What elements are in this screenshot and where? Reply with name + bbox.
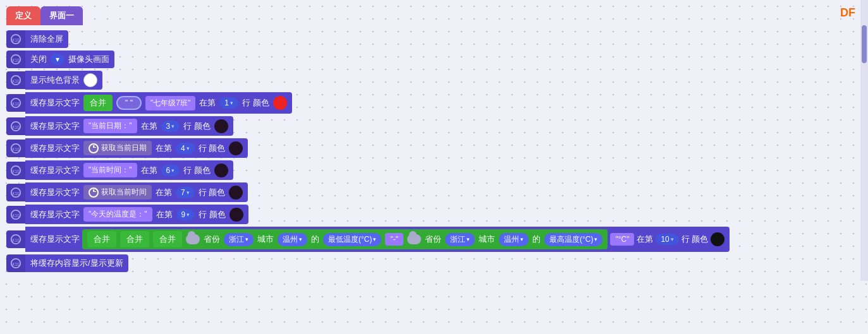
merge-btn-10b[interactable]: 合并	[120, 231, 149, 248]
buffer-label-7: 缓存显示文字	[30, 165, 80, 176]
bg-color-picker[interactable]	[83, 73, 97, 87]
row-num-9[interactable]: 9▾	[176, 209, 195, 220]
row-label-9: 在第	[156, 209, 173, 220]
close-dropdown[interactable]: ▾	[51, 54, 64, 65]
svg-text:K10: K10	[12, 169, 20, 173]
k10-icon-1: K10	[6, 30, 25, 48]
row-num-8[interactable]: 7▾	[176, 187, 195, 198]
city-label-1: 城市	[257, 234, 274, 245]
block-buffer-time-label: K10 缓存显示文字 "当前时间：" 在第 6▾ 行 颜色	[6, 160, 868, 180]
string-input-4a[interactable]: " "	[116, 96, 142, 110]
k10-icon-6: K10	[6, 140, 25, 157]
color-picker-5[interactable]	[214, 119, 228, 133]
temp-type-dropdown-1[interactable]: 最低温度(°C)▾	[323, 233, 381, 246]
clear-screen-body[interactable]: 清除全屏	[25, 30, 68, 48]
buffer-time-label-body[interactable]: 缓存显示文字 "当前时间：" 在第 6▾ 行 颜色	[25, 160, 233, 180]
buffer-temp-label-body[interactable]: 缓存显示文字 "今天的温度是：" 在第 9▾ 行 颜色	[25, 205, 248, 224]
of-label-2: 的	[532, 234, 541, 245]
k10-icon-9: K10	[6, 206, 25, 224]
k10-icon-11: K10	[6, 254, 25, 272]
temp-type-dropdown-2[interactable]: 最高温度(°C)▾	[544, 233, 602, 246]
row-num-4[interactable]: 1▾	[219, 97, 238, 109]
clock-icon-6	[89, 143, 99, 153]
close-label: 关闭	[30, 54, 47, 65]
block-buffer-weather: K10 缓存显示文字 合并 合并 合并 省份 浙江▾ 城市 温州▾ 的 最低温度…	[6, 227, 868, 252]
buffer-label-5: 缓存显示文字	[30, 121, 80, 132]
color-picker-7[interactable]	[214, 164, 228, 177]
city-dropdown-1[interactable]: 温州▾	[278, 233, 307, 246]
color-picker-8[interactable]	[229, 186, 243, 200]
tab-ui[interactable]: 界面一	[40, 6, 83, 25]
buffer-label-9: 缓存显示文字	[30, 209, 80, 220]
flush-body[interactable]: 将缓存内容显示/显示更新	[25, 254, 128, 272]
city-label-2: 城市	[479, 234, 495, 245]
buffer-label-8: 缓存显示文字	[30, 187, 80, 198]
svg-text:K10: K10	[12, 79, 20, 83]
scrollbar[interactable]	[860, 0, 868, 281]
quoted-class: "七年级7班"	[145, 96, 195, 110]
buffer-label-10: 缓存显示文字	[30, 234, 80, 245]
svg-text:K10: K10	[12, 38, 20, 42]
quoted-temp-label: "今天的温度是："	[83, 207, 152, 222]
k10-icon-2: K10	[6, 51, 25, 68]
color-picker-6[interactable]	[229, 141, 243, 155]
tab-define[interactable]: 定义	[6, 6, 40, 25]
weather-merge-block[interactable]: 合并 合并 合并 省份 浙江▾ 城市 温州▾ 的 最低温度(°C)▾ "-" 省…	[82, 229, 608, 249]
province-dropdown-1[interactable]: 浙江▾	[224, 233, 254, 246]
cloud-icon-2	[407, 234, 421, 244]
city-dropdown-2[interactable]: 温州▾	[499, 233, 529, 246]
buffer-date-label-body[interactable]: 缓存显示文字 "当前日期：" 在第 3▾ 行 颜色	[25, 116, 233, 136]
tab-strip: 定义 界面一	[6, 6, 868, 25]
row-color-label-5: 行 颜色	[183, 121, 211, 132]
block-flush: K10 将缓存内容显示/显示更新	[6, 254, 868, 272]
row-num-6[interactable]: 4▾	[176, 143, 195, 154]
get-date-block[interactable]: 获取当前日期	[83, 141, 152, 155]
province-dropdown-2[interactable]: 浙江▾	[445, 233, 475, 246]
df-label: DF	[840, 6, 855, 20]
row-num-7[interactable]: 6▾	[161, 165, 180, 176]
camera-view-label: 摄像头画面	[68, 54, 109, 65]
province-label-1: 省份	[204, 234, 220, 245]
row-num-5[interactable]: 3▾	[161, 121, 180, 132]
province-label-2: 省份	[425, 234, 441, 245]
k10-icon-3: K10	[6, 71, 25, 89]
svg-text:K10: K10	[12, 238, 20, 242]
buffer-get-time-body[interactable]: 缓存显示文字 获取当前时间 在第 7▾ 行 颜色	[25, 182, 248, 202]
color-picker-9[interactable]	[229, 208, 243, 222]
svg-text:K10: K10	[12, 191, 20, 195]
show-bg-label: 显示纯色背景	[30, 75, 80, 86]
dash-block: "-"	[385, 233, 403, 246]
show-bg-body[interactable]: 显示纯色背景	[25, 71, 102, 90]
row-color-label-8: 行 颜色	[199, 187, 226, 198]
buffer-class-body[interactable]: 缓存显示文字 合并 " " "七年级7班" 在第 1▾ 行 颜色	[25, 92, 292, 114]
buffer-weather-body[interactable]: 缓存显示文字 合并 合并 合并 省份 浙江▾ 城市 温州▾ 的 最低温度(°C)…	[25, 227, 730, 252]
scrollbar-thumb	[862, 25, 867, 63]
color-picker-4[interactable]	[273, 96, 287, 110]
buffer-get-date-body[interactable]: 缓存显示文字 获取当前日期 在第 4▾ 行 颜色	[25, 138, 248, 158]
svg-text:K10: K10	[12, 146, 20, 151]
k10-icon-8: K10	[6, 184, 25, 201]
cloud-icon-1	[186, 234, 200, 244]
row-color-label-9: 行 颜色	[199, 209, 226, 220]
block-buffer-class: K10 缓存显示文字 合并 " " "七年级7班" 在第 1▾ 行 颜色	[6, 92, 868, 114]
row-num-10[interactable]: 10▾	[656, 234, 678, 245]
svg-text:K10: K10	[12, 262, 20, 266]
quoted-time-label: "当前时间："	[83, 163, 137, 177]
merge-btn-10c[interactable]: 合并	[153, 231, 182, 248]
k10-icon-7: K10	[6, 162, 25, 179]
block-buffer-get-time: K10 缓存显示文字 获取当前时间 在第 7▾ 行 颜色	[6, 182, 868, 202]
row-color-label-7: 行 颜色	[183, 165, 211, 176]
row-label-6: 在第	[156, 143, 172, 154]
merge-btn-4[interactable]: 合并	[83, 95, 113, 111]
row-color-label-10: 行 颜色	[682, 234, 709, 245]
merge-btn-10a[interactable]: 合并	[87, 231, 116, 248]
svg-text:K10: K10	[12, 213, 20, 217]
get-time-block[interactable]: 获取当前时间	[83, 185, 152, 200]
k10-icon-5: K10	[6, 117, 25, 135]
color-picker-10[interactable]	[711, 232, 724, 246]
row-color-label-4: 行 颜色	[242, 97, 269, 109]
block-buffer-get-date: K10 缓存显示文字 获取当前日期 在第 4▾ 行 颜色	[6, 138, 868, 158]
flush-label: 将缓存内容显示/显示更新	[30, 258, 123, 269]
svg-text:K10: K10	[12, 102, 20, 106]
camera-body[interactable]: 关闭 ▾ 摄像头画面	[25, 51, 114, 68]
